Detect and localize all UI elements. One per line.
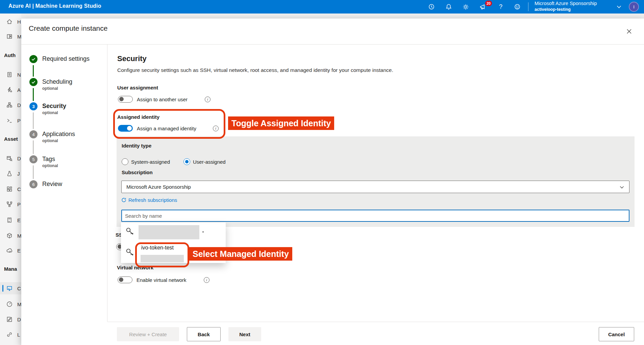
- radio-user-assigned[interactable]: [183, 158, 190, 165]
- smiley-feedback-icon[interactable]: [513, 2, 522, 11]
- assign-managed-identity-toggle[interactable]: [118, 125, 133, 132]
- identity-search-input[interactable]: [121, 210, 629, 222]
- identity-option-name: ivo-token-test: [141, 245, 174, 251]
- tenant-name[interactable]: Microsoft Azure Sponsorship: [535, 1, 597, 6]
- close-icon[interactable]: [624, 27, 634, 36]
- subscription-label: Subscription: [122, 169, 153, 175]
- account-chevron-down-icon[interactable]: [616, 4, 622, 9]
- key-icon: [125, 247, 135, 258]
- sidebar-item-monitoring[interactable]: M: [0, 298, 21, 310]
- workspace-name[interactable]: activeloop-testing: [535, 7, 571, 12]
- environments-icon: [6, 217, 13, 223]
- chevron-down-icon: [619, 185, 624, 190]
- models-cube-icon: [6, 232, 13, 239]
- left-nav-sidebar: H M Auth N A D P Asset D J C P E: [0, 14, 21, 345]
- step-number: 6: [29, 180, 38, 188]
- sidebar-item-designer[interactable]: D: [0, 99, 21, 111]
- review-create-button[interactable]: Review + Create: [117, 327, 179, 341]
- topbar-separator: [528, 2, 528, 11]
- redacted-identity-subline: [141, 255, 184, 262]
- info-icon[interactable]: [204, 277, 209, 283]
- footer-divider: [107, 322, 644, 322]
- refresh-subscriptions-link[interactable]: Refresh subscriptions: [121, 197, 177, 203]
- notification-badge: 20: [485, 1, 492, 6]
- sidebar-item-automated-ml[interactable]: A: [0, 84, 21, 96]
- sidebar-item-prompt-flow[interactable]: P: [0, 114, 21, 127]
- prompt-flow-icon: [6, 117, 13, 124]
- step-required-settings[interactable]: Required settings: [29, 55, 90, 63]
- stepper-divider: [107, 45, 107, 322]
- monitoring-gauge-icon: [6, 301, 13, 308]
- info-icon[interactable]: [213, 126, 219, 131]
- sidebar-item-data-labeling[interactable]: D: [0, 313, 21, 325]
- step-scheduling[interactable]: Schedulingoptional: [29, 78, 72, 91]
- step-number: 3: [29, 102, 38, 110]
- help-icon[interactable]: ?: [496, 2, 505, 11]
- security-description: Configure security settings such as SSH,…: [117, 67, 540, 73]
- user-assignment-label: User assignment: [117, 85, 158, 90]
- radio-system-assigned[interactable]: [122, 158, 128, 165]
- endpoints-cloud-icon: [6, 247, 13, 254]
- model-catalog-icon: [6, 33, 13, 40]
- home-icon: [6, 18, 13, 25]
- sidebar-item-model-catalog[interactable]: M: [0, 30, 21, 43]
- sidebar-item-jobs[interactable]: J: [0, 167, 21, 180]
- radio-user-assigned-label: User-assigned: [193, 159, 226, 165]
- enable-virtual-network-toggle-label: Enable virtual network: [137, 277, 187, 283]
- notebooks-icon: [6, 71, 13, 78]
- pipelines-icon: [6, 201, 13, 208]
- subscription-select[interactable]: Microsoft Azure Sponsorship: [121, 181, 629, 193]
- notifications-bell-icon[interactable]: [444, 2, 453, 11]
- sidebar-item-compute[interactable]: C: [0, 282, 21, 294]
- sidebar-item-components[interactable]: C: [0, 183, 21, 195]
- sidebar-item-linked-services[interactable]: L: [0, 328, 21, 341]
- settings-gear-icon[interactable]: [461, 2, 470, 11]
- components-icon: [6, 186, 13, 192]
- back-button[interactable]: Back: [187, 327, 221, 341]
- redacted-identity-name: [139, 225, 199, 239]
- app-title: Azure AI | Machine Learning Studio: [8, 3, 101, 9]
- sidebar-item-pipelines[interactable]: P: [0, 198, 21, 210]
- step-security[interactable]: 3 Securityoptional: [29, 102, 66, 115]
- annotation-box-assigned-identity: [113, 109, 225, 139]
- security-heading: Security: [117, 54, 147, 63]
- sidebar-item-home[interactable]: H: [0, 16, 21, 28]
- check-icon: [29, 55, 38, 63]
- automated-ml-icon: [6, 86, 13, 93]
- jobs-flask-icon: [6, 170, 13, 177]
- key-icon: [125, 227, 135, 237]
- radio-system-assigned-label: System-assigned: [131, 159, 170, 165]
- annotation-label-select-managed-identity: Select Managed Identity: [189, 247, 292, 261]
- history-clock-icon[interactable]: [427, 2, 436, 11]
- assigned-identity-label: Assigned identity: [117, 114, 159, 120]
- virtual-network-label: Virtual network: [117, 265, 153, 270]
- next-button[interactable]: Next: [228, 327, 261, 341]
- sidebar-item-data[interactable]: D: [0, 152, 21, 164]
- cancel-button[interactable]: Cancel: [599, 327, 634, 341]
- sidebar-item-environments[interactable]: E: [0, 214, 21, 226]
- refresh-icon: [121, 197, 126, 203]
- enable-virtual-network-toggle[interactable]: [118, 276, 132, 283]
- assign-to-another-user-toggle-label: Assign to another user: [137, 97, 188, 102]
- sidebar-item-endpoints[interactable]: E: [0, 244, 21, 257]
- sidebar-section-authoring: Auth: [4, 52, 16, 58]
- sidebar-item-notebooks[interactable]: N: [0, 69, 21, 81]
- identity-option-redacted[interactable]: [121, 222, 226, 241]
- info-icon[interactable]: [205, 97, 210, 102]
- subscription-selected-value: Microsoft Azure Sponsorship: [126, 184, 191, 190]
- assign-managed-identity-toggle-label: Assign a managed identity: [137, 126, 196, 131]
- dialog-title: Create compute instance: [29, 24, 107, 32]
- designer-icon: [6, 102, 13, 108]
- user-avatar[interactable]: I: [629, 2, 639, 12]
- step-number: 4: [29, 130, 38, 138]
- create-compute-instance-dialog: Create compute instance Required setting…: [21, 19, 644, 345]
- sidebar-item-models[interactable]: M: [0, 230, 21, 242]
- step-review[interactable]: 6 Review: [29, 180, 62, 188]
- top-app-bar: Azure AI | Machine Learning Studio 20 ? …: [0, 0, 644, 14]
- linked-services-link-icon: [6, 331, 13, 338]
- assign-to-another-user-toggle[interactable]: [118, 96, 133, 103]
- step-applications[interactable]: 4 Applicationsoptional: [29, 130, 75, 143]
- compute-monitor-icon: [6, 285, 13, 292]
- step-number: 5: [29, 155, 38, 163]
- identity-type-label: Identity type: [122, 143, 151, 149]
